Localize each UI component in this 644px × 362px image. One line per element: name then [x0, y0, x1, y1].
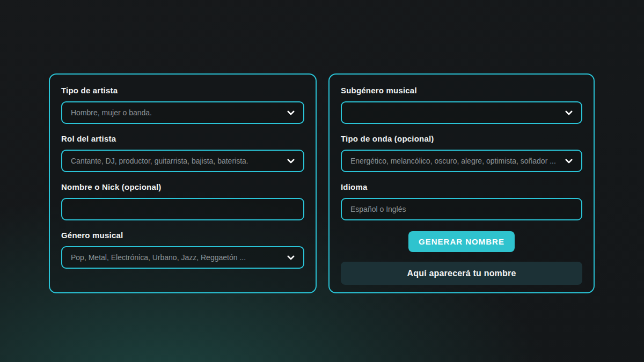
result-display: Aquí aparecerá tu nombre — [341, 262, 582, 285]
chevron-down-icon — [286, 156, 296, 166]
rol-del-artista-select[interactable]: Cantante, DJ, productor, guitarrista, ba… — [61, 150, 304, 172]
select-placeholder: Cantante, DJ, productor, guitarrista, ba… — [71, 157, 248, 165]
subgenero-musical-label: Subgénero musical — [341, 85, 582, 96]
select-placeholder: Pop, Metal, Electrónica, Urbano, Jazz, R… — [71, 253, 246, 262]
tipo-de-onda-select[interactable]: Energético, melancólico, oscuro, alegre,… — [341, 150, 582, 172]
chevron-down-icon — [286, 253, 296, 262]
chevron-down-icon — [286, 108, 296, 117]
chevron-down-icon — [564, 156, 574, 166]
genero-musical-select[interactable]: Pop, Metal, Electrónica, Urbano, Jazz, R… — [61, 246, 304, 269]
generate-name-button[interactable]: GENERAR NOMBRE — [408, 231, 515, 252]
select-placeholder: Energético, melancólico, oscuro, alegre,… — [350, 157, 556, 165]
chevron-down-icon — [564, 108, 574, 117]
select-placeholder: Hombre, mujer o banda. — [71, 108, 152, 117]
nombre-o-nick-label: Nombre o Nick (opcional) — [61, 182, 304, 193]
tipo-de-artista-select[interactable]: Hombre, mujer o banda. — [61, 101, 304, 124]
tipo-de-onda-label: Tipo de onda (opcional) — [341, 134, 582, 144]
generator-panel: Subgénero musical Tipo de onda (opcional… — [328, 73, 595, 293]
idioma-input[interactable] — [341, 198, 582, 220]
tipo-de-artista-label: Tipo de artista — [61, 85, 304, 96]
rol-del-artista-label: Rol del artista — [61, 134, 304, 144]
subgenero-musical-select[interactable] — [341, 101, 582, 124]
genero-musical-label: Género musical — [61, 230, 304, 241]
button-row: GENERAR NOMBRE — [341, 231, 582, 252]
idioma-label: Idioma — [341, 182, 582, 193]
artist-form-panel: Tipo de artista Hombre, mujer o banda. R… — [49, 73, 317, 293]
nombre-o-nick-input[interactable] — [61, 198, 304, 220]
